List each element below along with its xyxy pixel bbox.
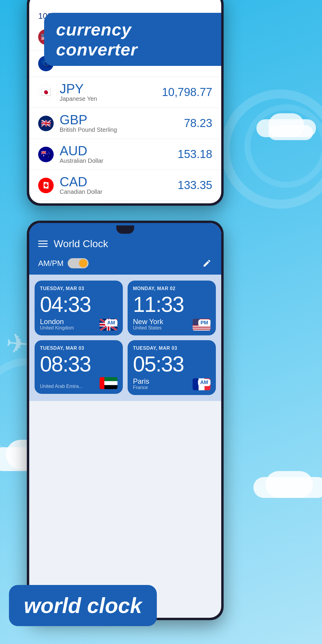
london-ampm: AM — [105, 319, 117, 326]
edit-button[interactable] — [202, 258, 212, 269]
currency-converter-screen: currency converter 100 USD equals: 🇺🇸 US… — [29, 0, 221, 203]
london-location: London United Kingdom — [40, 318, 74, 331]
london-country: United Kingdom — [40, 325, 74, 331]
newyork-country: United States — [133, 325, 163, 331]
hamburger-line-3 — [38, 246, 48, 247]
clock-card-uae[interactable]: TUESDAY, MAR 03 08:33 United Arab Emira.… — [35, 340, 123, 394]
world-clock-phone: World Clock AM/PM TUESDA — [27, 221, 224, 620]
jpy-info: JPY Japanese Yen — [60, 82, 162, 102]
currency-row-aud[interactable]: 🇦🇺 AUD Australian Dollar 153.18 — [29, 139, 221, 170]
gbp-flag: 🇬🇧 — [38, 116, 54, 131]
uae-country: United Arab Emira... — [40, 384, 83, 389]
clock-card-newyork[interactable]: MONDAY, MAR 02 11:33 PM New York United … — [128, 281, 216, 335]
aud-info: AUD Australian Dollar — [60, 144, 178, 164]
gbp-info: GBP British Pound Sterling — [60, 113, 184, 133]
ampm-toggle[interactable] — [68, 258, 89, 268]
menu-button[interactable] — [38, 241, 48, 247]
uae-date: TUESDAY, MAR 03 — [40, 346, 117, 351]
currency-banner-text: currency converter — [56, 20, 137, 59]
paris-country: France — [133, 385, 149, 390]
paris-date: TUESDAY, MAR 03 — [133, 346, 210, 351]
hamburger-line-1 — [38, 241, 48, 242]
newyork-time: 11:33 — [133, 294, 210, 315]
jpy-value: 10,798.77 — [162, 86, 212, 99]
svg-rect-14 — [193, 328, 210, 329]
ampm-label: AM/PM — [38, 259, 64, 268]
currency-banner: currency converter — [44, 13, 221, 66]
aud-code: AUD — [60, 144, 178, 157]
clock-card-paris[interactable]: TUESDAY, MAR 03 05:33 AM Paris France — [128, 340, 216, 395]
svg-rect-20 — [100, 377, 104, 389]
gbp-value: 78.23 — [184, 117, 212, 130]
paris-city: Paris — [133, 378, 149, 385]
jpy-name: Japanese Yen — [60, 95, 162, 102]
world-clock-label-text: world clock — [24, 594, 142, 617]
currency-row-cad[interactable]: 🇨🇦 CAD Canadian Dollar 133.35 — [29, 170, 221, 201]
cad-code: CAD — [60, 175, 178, 188]
currency-row-gbp[interactable]: 🇬🇧 GBP British Pound Sterling 78.23 — [29, 108, 221, 139]
gbp-code: GBP — [60, 113, 184, 126]
toggle-knob — [79, 259, 87, 267]
world-clock-label: world clock — [9, 585, 157, 626]
ampm-toggle-row: AM/PM — [38, 258, 89, 268]
currency-row-jpy[interactable]: 🇯🇵 JPY Japanese Yen 10,798.77 — [29, 77, 221, 108]
aud-value: 153.18 — [178, 148, 212, 161]
uae-time: 08:33 — [40, 353, 117, 375]
hamburger-line-2 — [38, 243, 48, 244]
london-date: TUESDAY, MAR 03 — [40, 286, 117, 291]
paris-ampm: AM — [198, 379, 210, 386]
uae-flag — [100, 377, 117, 389]
london-time: 04:33 — [40, 294, 117, 315]
jpy-code: JPY — [60, 82, 162, 95]
uae-location: United Arab Emira... — [40, 384, 83, 389]
svg-rect-15 — [193, 329, 210, 330]
aud-name: Australian Dollar — [60, 157, 178, 164]
currency-converter-phone: currency converter 100 USD equals: 🇺🇸 US… — [27, 0, 224, 206]
world-clock-screen: World Clock AM/PM TUESDA — [29, 223, 221, 618]
world-clock-title: World Clock — [54, 238, 108, 250]
newyork-location: New York United States — [133, 318, 163, 331]
paris-time: 05:33 — [133, 353, 210, 375]
cad-value: 133.35 — [178, 179, 212, 192]
newyork-date: MONDAY, MAR 02 — [133, 286, 210, 291]
clock-card-london[interactable]: TUESDAY, MAR 03 04:33 AM London United K… — [35, 281, 123, 335]
jpy-flag: 🇯🇵 — [38, 85, 54, 100]
world-clock-grid: TUESDAY, MAR 03 04:33 AM London United K… — [29, 275, 221, 401]
newyork-ampm: PM — [198, 319, 211, 326]
aud-flag: 🇦🇺 — [38, 147, 54, 162]
newyork-city: New York — [133, 318, 163, 325]
gbp-name: British Pound Sterling — [60, 126, 184, 133]
paris-location: Paris France — [133, 378, 149, 390]
london-city: London — [40, 318, 74, 325]
cad-flag: 🇨🇦 — [38, 178, 54, 193]
world-clock-controls: AM/PM — [38, 254, 212, 275]
cad-name: Canadian Dollar — [60, 188, 178, 195]
world-clock-title-row: World Clock — [38, 238, 212, 254]
notch — [116, 225, 134, 234]
cad-info: CAD Canadian Dollar — [60, 175, 178, 195]
